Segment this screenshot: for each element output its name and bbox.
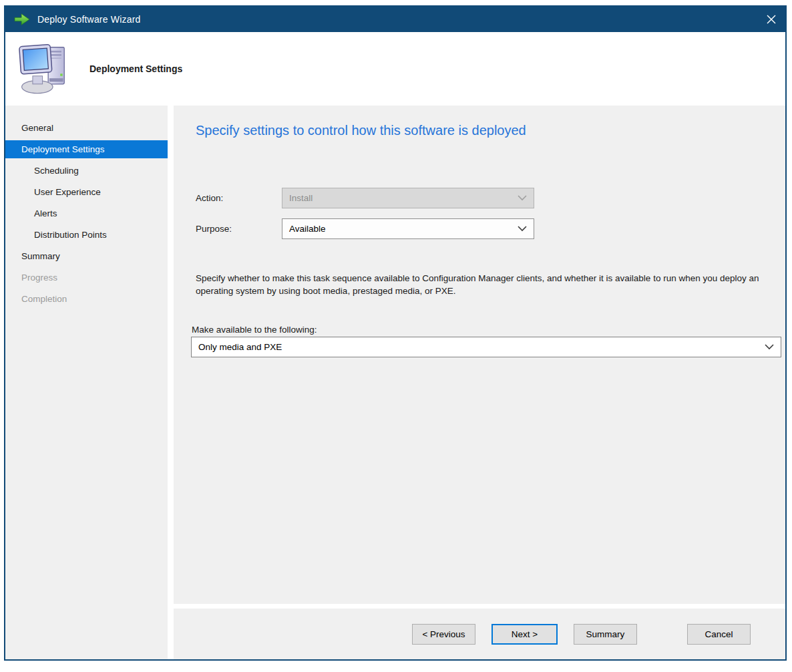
sidebar-item-summary[interactable]: Summary — [5, 247, 168, 265]
chevron-down-icon — [518, 226, 527, 232]
settings-form: Action: Install Purpose: Available — [174, 188, 785, 239]
content-heading: Specify settings to control how this sof… — [196, 123, 785, 138]
wizard-steps-sidebar: General Deployment Settings Scheduling U… — [5, 106, 168, 659]
cancel-button[interactable]: Cancel — [687, 624, 751, 645]
content-pane: Specify settings to control how this sof… — [174, 106, 785, 604]
action-value: Install — [289, 193, 313, 203]
purpose-label: Purpose: — [196, 224, 282, 234]
main-column: Specify settings to control how this sof… — [174, 106, 785, 659]
window-title: Deploy Software Wizard — [37, 14, 141, 25]
sidebar-item-progress: Progress — [5, 269, 168, 287]
purpose-dropdown[interactable]: Available — [282, 218, 534, 239]
summary-button[interactable]: Summary — [574, 624, 637, 645]
close-button[interactable] — [757, 7, 785, 32]
sidebar-item-scheduling[interactable]: Scheduling — [5, 162, 168, 180]
wizard-header: Deployment Settings — [5, 32, 785, 106]
sidebar-item-deployment-settings[interactable]: Deployment Settings — [5, 140, 168, 158]
action-dropdown: Install — [282, 188, 534, 208]
purpose-row: Purpose: Available — [174, 218, 785, 239]
button-bar: < Previous Next > Summary Cancel — [174, 609, 785, 659]
sidebar-item-alerts[interactable]: Alerts — [5, 204, 168, 222]
deploy-software-wizard-window: Deploy Software Wizard — [4, 5, 787, 661]
chevron-down-icon — [518, 195, 527, 201]
title-bar: Deploy Software Wizard — [5, 7, 785, 32]
green-arrow-icon — [13, 12, 31, 27]
previous-button[interactable]: < Previous — [412, 624, 475, 645]
make-available-dropdown[interactable]: Only media and PXE — [191, 337, 781, 357]
action-row: Action: Install — [174, 188, 785, 208]
action-label: Action: — [196, 193, 282, 203]
buttonbar-divider — [174, 604, 785, 609]
sidebar-item-general[interactable]: General — [5, 119, 168, 137]
next-button[interactable]: Next > — [491, 624, 558, 645]
sidebar-item-distribution-points[interactable]: Distribution Points — [5, 226, 168, 244]
chevron-down-icon — [765, 344, 774, 350]
close-icon — [767, 15, 776, 24]
make-available-label: Make available to the following: — [192, 325, 785, 335]
make-available-value: Only media and PXE — [198, 342, 282, 352]
page-title: Deployment Settings — [89, 63, 182, 74]
sidebar-content-divider — [168, 106, 174, 659]
purpose-value: Available — [289, 224, 326, 234]
sidebar-item-completion: Completion — [5, 290, 168, 308]
sidebar-item-user-experience[interactable]: User Experience — [5, 183, 168, 201]
wizard-body: General Deployment Settings Scheduling U… — [5, 106, 785, 659]
description-text: Specify whether to make this task sequen… — [196, 273, 771, 298]
computer-icon — [16, 39, 73, 98]
